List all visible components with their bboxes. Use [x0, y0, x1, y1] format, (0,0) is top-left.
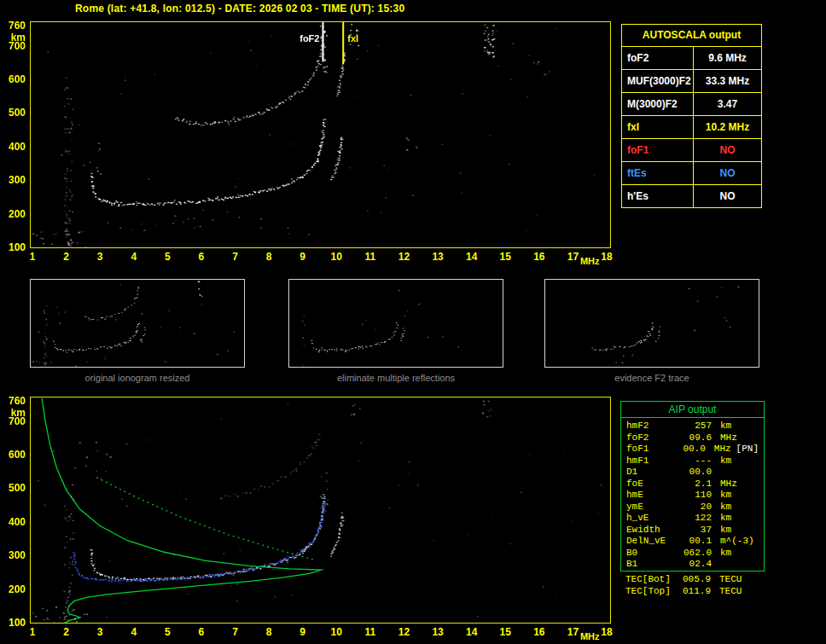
x-axis-tick-10: 10 — [326, 251, 346, 263]
x-axis-tick-14: 14 — [462, 251, 482, 263]
x-axis-tick-7: 7 — [225, 251, 246, 263]
aip-param-value: 20 — [679, 502, 712, 513]
thumbnail-f2-trace-canvas — [545, 280, 759, 367]
autoscala-param-value: NO — [694, 185, 761, 207]
y-axis-unit-label: km — [2, 407, 26, 419]
aip-param-value: 00.0 — [679, 467, 712, 479]
y-axis-tick-200: 200 — [2, 208, 26, 220]
recorded-ionogram-canvas — [31, 22, 610, 247]
aip-param-label: B1 — [626, 559, 679, 571]
aip-param-value: 110 — [679, 490, 712, 502]
aip-param-label: hmF2 — [626, 421, 679, 432]
station-datetime-header: Rome (lat: +41.8, lon: 012.5) - DATE: 20… — [75, 3, 404, 15]
x-axis-tick-10: 10 — [326, 626, 346, 638]
autoscala-param-label: ftEs — [622, 162, 694, 184]
aip-param-value: 37 — [679, 525, 712, 537]
autoscala-row-MUF(3000)F2: MUF(3000)F233.3 MHz — [622, 70, 761, 93]
marker-label-fxI: fxI — [347, 33, 358, 44]
aip-param-value: 005.9 — [678, 574, 711, 586]
aip-param-value: 2.1 — [679, 479, 712, 490]
x-axis-tick-15: 15 — [495, 251, 515, 263]
aip-param-value: 00.1 — [679, 536, 712, 548]
x-axis-unit-label: MHz — [579, 256, 600, 266]
x-axis-tick-12: 12 — [393, 251, 414, 263]
thumbnail-original-canvas — [31, 280, 244, 367]
autoscala-table-rows: foF29.6 MHzMUF(3000)F233.3 MHzM(3000)F23… — [622, 47, 761, 207]
thumbnail-original-ionogram — [30, 279, 245, 368]
x-axis-tick-11: 11 — [360, 626, 381, 638]
x-axis-tick-3: 3 — [90, 626, 110, 638]
aip-row-D1: D100.0 — [621, 467, 764, 479]
x-axis-tick-5: 5 — [157, 251, 177, 263]
aip-output-table: AIP output hmF2257kmfoF209.6MHzfoF100.0M… — [620, 401, 765, 571]
aip-table-rows: hmF2257kmfoF209.6MHzfoF100.0MHz[PN]hmF1-… — [621, 418, 764, 571]
aip-param-unit: km — [720, 421, 731, 432]
aip-param-unit: MHz — [720, 432, 737, 444]
aip-row-TEC[Top]: TEC[Top]011.9TECU — [620, 586, 765, 598]
aip-param-value: 09.6 — [679, 432, 712, 444]
x-axis-tick-4: 4 — [124, 251, 144, 263]
y-axis-tick-500: 500 — [2, 482, 26, 494]
x-axis-tick-8: 8 — [259, 251, 279, 263]
autoscala-param-value: 10.2 MHz — [694, 116, 761, 138]
aip-param-unit: MHz — [720, 479, 737, 490]
aip-param-label: B0 — [626, 548, 679, 560]
y-axis-tick-200: 200 — [2, 583, 26, 595]
aip-param-value: 02.4 — [679, 559, 712, 571]
autoscala-app-window: Rome (lat: +41.8, lon: 012.5) - DATE: 20… — [0, 0, 826, 644]
y-axis-tick-300: 300 — [2, 174, 26, 186]
aip-row-DelN_vE: DelN_vE00.1m^(-3) — [621, 536, 764, 548]
aip-param-value: 062.0 — [679, 548, 712, 560]
x-axis-tick-12: 12 — [393, 626, 414, 638]
aip-param-label: Ewidth — [626, 525, 679, 537]
aip-row-TEC[Bot]: TEC[Bot]005.9TECU — [620, 574, 765, 586]
x-axis-tick-5: 5 — [157, 626, 177, 638]
aip-param-unit: MHz — [714, 444, 731, 455]
autoscala-param-value: 3.47 — [694, 93, 761, 115]
x-axis-tick-9: 9 — [293, 251, 313, 263]
x-axis-tick-3: 3 — [90, 251, 110, 263]
autoscala-param-label: fxI — [622, 116, 694, 138]
aip-param-value: --- — [679, 455, 712, 467]
autoscala-param-label: M(3000)F2 — [622, 93, 694, 115]
thumbnail-no-multiples — [288, 279, 503, 368]
aip-table-header: AIP output — [621, 402, 764, 418]
interpreted-ionogram-plot — [30, 397, 611, 624]
x-axis-tick-9: 9 — [293, 626, 313, 638]
x-axis-tick-15: 15 — [495, 626, 515, 638]
autoscala-param-value: NO — [694, 162, 761, 184]
aip-param-label: foF1 — [626, 444, 676, 455]
autoscala-param-label: MUF(3000)F2 — [622, 70, 694, 92]
aip-param-unit: km — [720, 455, 731, 467]
autoscala-table-header: AUTOSCALA output — [622, 25, 761, 47]
x-axis-tick-2: 2 — [56, 626, 77, 638]
aip-row-ymE: ymE20km — [621, 502, 764, 513]
x-axis-tick-13: 13 — [428, 626, 448, 638]
x-axis-tick-4: 4 — [124, 626, 144, 638]
x-axis-tick-6: 6 — [191, 251, 212, 263]
aip-param-unit: km — [720, 502, 731, 513]
y-axis-tick-600: 600 — [2, 449, 26, 461]
aip-row-B1: B102.4 — [621, 559, 764, 571]
aip-row-foF2: foF209.6MHz — [621, 432, 764, 444]
autoscala-row-h'Es: h'EsNO — [622, 185, 761, 207]
autoscala-param-value: NO — [694, 139, 761, 161]
aip-row-foE: foE2.1MHz — [621, 479, 764, 490]
aip-row-h_vE: h_vE122km — [621, 513, 764, 525]
aip-param-unit: km — [720, 513, 731, 525]
aip-row-foF1: foF100.0MHz[PN] — [621, 444, 764, 455]
y-axis-tick-500: 500 — [2, 107, 26, 119]
autoscala-row-M(3000)F2: M(3000)F23.47 — [622, 93, 761, 116]
aip-param-label: hmF1 — [626, 455, 679, 467]
thumbnail-caption-no-multiples: eliminate multiple reflections — [288, 373, 503, 383]
aip-param-label: TEC[Top] — [625, 586, 678, 598]
aip-param-label: TEC[Bot] — [625, 574, 678, 586]
y-axis-unit-label: km — [2, 32, 26, 44]
x-axis-tick-7: 7 — [225, 626, 246, 638]
aip-row-B0: B0062.0km — [621, 548, 764, 560]
x-axis-tick-2: 2 — [56, 251, 77, 263]
autoscala-param-value: 9.6 MHz — [694, 47, 761, 69]
autoscala-row-foF2: foF29.6 MHz — [622, 47, 761, 70]
aip-row-hmF1: hmF1---km — [621, 455, 764, 467]
aip-param-label: DelN_vE — [626, 536, 679, 548]
